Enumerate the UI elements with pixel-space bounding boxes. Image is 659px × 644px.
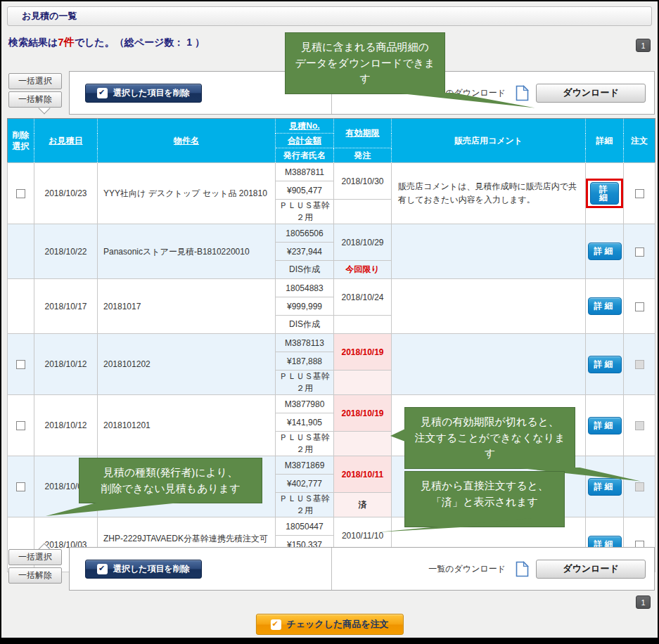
order-button-label: チェックした商品を注文 [286,618,388,631]
detail-cell: 詳細 [586,163,624,224]
detail-button[interactable]: 詳細 [588,478,622,496]
results-prefix: 検索結果は [8,37,58,48]
delete-select-cell [8,334,34,395]
quote-no-cell: M3871869 [276,456,334,475]
download-group-bottom: 一覧のダウンロード ダウンロード [428,560,646,579]
checkbox-icon [97,88,108,98]
detail-button-highlight: 詳細 [586,179,623,208]
delete-checkbox[interactable] [16,360,25,369]
order-checkbox[interactable] [635,189,644,198]
delete-selected-button-bottom[interactable]: 選択した項目を削除 [85,560,202,579]
detail-cell: 詳細 [586,279,624,334]
table-row: 2018/10/122018101202M38781132018/10/19詳細 [8,334,655,352]
delete-select-cell [8,395,34,456]
page-number-button-bottom[interactable]: 1 [636,595,651,609]
delete-checkbox[interactable] [16,189,25,198]
delete-checkbox[interactable] [16,421,25,430]
document-icon [516,561,529,577]
table-row: 2018/10/1720181017180548832018/10/24詳細 [8,279,655,297]
col-header-order-placed: 発注 [334,148,392,163]
page-number-button-top[interactable]: 1 [636,39,651,52]
expiry-cell: 2018/10/19 [334,395,392,432]
detail-button[interactable]: 詳細 [590,182,619,205]
col-header-issuer: 発行者氏名 [276,148,334,163]
detail-cell: 詳細 [586,456,624,517]
col-header-total-amount[interactable]: 合計金額 [276,134,334,148]
order-cell [624,334,655,395]
panel-divider [331,548,332,590]
issuer-cell: ＰＬＵＳ基幹２用 [276,371,334,395]
detail-button[interactable]: 詳細 [588,297,622,315]
total-amount-cell: ¥402,777 [276,475,334,493]
col-header-quote-date[interactable]: お見積日 [34,119,98,163]
dealer-comment-cell [392,279,586,334]
order-checkbox [635,360,644,369]
tooltip-expiry-info: 見積の有効期限が切れると、 注文することができなくなります [404,407,575,469]
quote-no-cell: 18050447 [276,517,334,536]
total-amount-cell: ¥141,905 [276,413,334,432]
detail-button[interactable]: 詳細 [588,417,622,434]
detail-button[interactable]: 詳細 [588,243,622,260]
deselect-all-button[interactable]: 一括解除 [8,91,62,108]
order-placed-cell [334,200,392,224]
expiry-cell: 2018/10/19 [334,334,392,371]
expiry-cell: 2018/10/24 [334,279,392,316]
results-suffix: でした。（総ページ数： 1 ） [75,37,205,48]
detail-cell: 詳細 [586,224,624,279]
download-list-label: 一覧のダウンロード [428,563,506,575]
detail-button[interactable]: 詳細 [588,356,622,373]
delete-select-cell [8,456,34,517]
delete-checkbox[interactable] [16,482,25,491]
select-all-button-bottom[interactable]: 一括選択 [8,549,62,565]
order-checkbox[interactable] [635,302,644,311]
order-cell [624,279,655,334]
property-name-cell: 20181017 [98,279,276,334]
toolbar-bottom: 一括選択 一括解除 選択した項目を削除 一覧のダウンロード ダウンロード [8,547,655,591]
order-cell [624,395,655,456]
bulk-select-group-top: 一括選択 一括解除 [8,73,63,110]
download-button-bottom[interactable]: ダウンロード [536,560,646,579]
dealer-comment-cell [392,334,586,395]
order-checkbox [635,482,644,491]
dealer-comment-cell [392,224,586,279]
col-header-property-name[interactable]: 物件名 [98,119,276,163]
deselect-all-button-bottom[interactable]: 一括解除 [8,567,62,584]
results-count: 7件 [58,36,74,48]
property-name-cell: YYY社向け デスクトップ セット品 201810 [98,163,276,224]
quote-date-cell: 2018/10/12 [34,334,98,395]
order-placed-cell: 今回限り [334,261,392,279]
col-header-detail: 詳細 [586,119,624,163]
order-checkbox[interactable] [635,247,644,257]
checkbox-icon [270,619,281,630]
select-all-button[interactable]: 一括選択 [8,73,62,89]
total-amount-cell: ¥187,888 [276,352,334,371]
quote-date-cell: 2018/10/22 [34,224,98,279]
quote-list-page: お見積の一覧 検索結果は7件でした。（総ページ数： 1 ） 1 一括選択 一括解… [0,0,659,644]
table-row: 2018/10/22Panasonicストアー見積-B1810220010180… [8,224,655,243]
bottom-border-bar [1,638,658,643]
expiry-cell: 2018/10/29 [334,224,392,261]
download-button[interactable]: ダウンロード [536,84,646,103]
page-title-bar: お見積の一覧 [7,6,652,26]
order-checked-items-button[interactable]: チェックした商品を注文 [255,614,403,635]
checkbox-icon [97,564,108,574]
quote-date-cell: 2018/10/12 [34,395,98,456]
order-placed-cell: 済 [334,493,392,517]
toolbar-panel-bottom: 選択した項目を削除 一覧のダウンロード ダウンロード [69,547,655,591]
order-cell [624,163,655,224]
expiry-cell: 2018/10/11 [334,456,392,493]
tooltip-download-info: 見積に含まれる商品明細の データをダウンロードできます [285,32,445,94]
quote-no-cell: 18056506 [276,224,334,243]
order-cell [624,456,655,517]
issuer-cell: ＰＬＵＳ基幹２用 [276,493,334,517]
col-header-dealer-comment: 販売店用コメント [392,119,586,163]
delete-select-cell [8,163,34,224]
total-amount-cell: ¥905,477 [276,181,334,200]
quote-no-cell: M3878113 [276,334,334,352]
issuer-cell: ＰＬＵＳ基幹２用 [276,432,334,456]
delete-selected-button[interactable]: 選択した項目を削除 [85,84,202,103]
bulk-select-group-bottom: 一括選択 一括解除 [8,549,63,586]
col-header-expiry[interactable]: 有効期限 [334,119,392,148]
order-cell [624,224,655,279]
col-header-quote-no[interactable]: 見積No. [276,119,334,134]
